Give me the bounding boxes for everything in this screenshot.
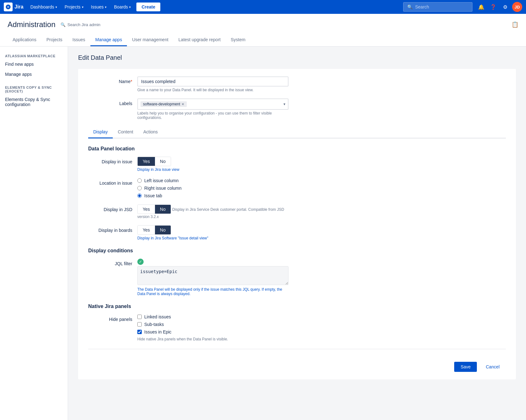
location-left-col[interactable]: Left issue column — [137, 178, 289, 183]
main-content: Edit Data Panel Name* Give a name to you… — [68, 47, 526, 420]
save-button[interactable]: Save — [454, 362, 477, 372]
sidebar: ATLASSIAN MARKETPLACE Find new apps Mana… — [0, 47, 68, 420]
tab-applications[interactable]: Applications — [8, 34, 42, 46]
hide-panels-field: Linked issues Sub-tasks Issues in Epic — [137, 314, 289, 341]
tab-latest-upgrade[interactable]: Latest upgrade report — [174, 34, 226, 46]
display-in-boards-toggle: Yes No — [137, 225, 171, 235]
name-field: Give a name to your Data Panel. It will … — [137, 76, 289, 92]
jql-input[interactable]: issuetype=Epic — [137, 266, 289, 285]
display-in-boards-yes[interactable]: Yes — [138, 226, 155, 234]
feedback-icon[interactable]: 📋 — [512, 21, 518, 28]
display-in-boards-no[interactable]: No — [155, 226, 171, 234]
labels-row: Labels software-development ✕ ▾ Labels h… — [88, 98, 506, 120]
tab-manage-apps[interactable]: Manage apps — [90, 34, 127, 46]
label-remove-icon[interactable]: ✕ — [181, 102, 184, 106]
tab-display[interactable]: Display — [88, 126, 113, 138]
checkbox-sub-tasks[interactable]: Sub-tasks — [137, 322, 289, 327]
sub-tasks-checkbox[interactable] — [137, 322, 142, 327]
avatar[interactable]: JD — [512, 2, 522, 12]
issues-in-epic-checkbox[interactable] — [137, 330, 142, 334]
display-in-jsd-no[interactable]: No — [155, 205, 171, 214]
display-in-issue-yes[interactable]: Yes — [138, 157, 155, 166]
display-conditions-title: Display conditions — [88, 248, 506, 254]
search-icon: 🔍 — [407, 4, 413, 9]
name-row: Name* Give a name to your Data Panel. It… — [88, 76, 506, 92]
dashboards-menu[interactable]: Dashboards ▾ — [27, 3, 60, 11]
tab-projects[interactable]: Projects — [42, 34, 68, 46]
chevron-down-icon: ▾ — [55, 5, 57, 9]
form-footer: Save Cancel — [88, 357, 506, 372]
jql-filter-label: JQL filter — [88, 259, 132, 266]
display-in-issue-label: Display in issue — [88, 157, 132, 164]
display-in-boards-field: Yes No Display in Jira Software "Issue d… — [137, 225, 289, 240]
tab-issues[interactable]: Issues — [67, 34, 90, 46]
boards-menu[interactable]: Boards ▾ — [111, 3, 134, 11]
checkbox-issues-in-epic[interactable]: Issues in Epic — [137, 329, 289, 334]
location-issue-tab[interactable]: Issue tab — [137, 193, 289, 198]
name-hint: Give a name to your Data Panel. It will … — [137, 88, 289, 92]
location-radio-group: Left issue column Right issue column Iss… — [137, 178, 289, 198]
native-jira-panels-title: Native Jira panels — [88, 304, 506, 309]
sidebar-section-marketplace: ATLASSIAN MARKETPLACE — [0, 52, 68, 59]
hide-panels-label: Hide panels — [88, 314, 132, 322]
display-in-jsd-row: Display in JSD Yes No Display in Jira Se… — [88, 204, 506, 219]
tab-content[interactable]: Content — [113, 126, 138, 138]
chevron-down-icon: ▾ — [105, 5, 106, 9]
location-right-col[interactable]: Right issue column — [137, 186, 289, 191]
app-logo[interactable]: Jira — [4, 3, 23, 11]
sidebar-item-find-new-apps[interactable]: Find new apps — [0, 59, 68, 69]
hide-panels-row: Hide panels Linked issues Sub-tasks — [88, 314, 506, 341]
notifications-icon[interactable]: 🔔 — [476, 2, 486, 12]
location-left-col-radio[interactable] — [137, 178, 142, 183]
chevron-down-icon: ▾ — [129, 5, 131, 9]
display-in-boards-label: Display in boards — [88, 225, 132, 233]
checkbox-linked-issues[interactable]: Linked issues — [137, 314, 289, 319]
display-in-jsd-field: Yes No Display in Jira Service Desk cust… — [137, 204, 289, 219]
projects-menu[interactable]: Projects ▾ — [61, 3, 87, 11]
search-icon: 🔍 — [60, 22, 66, 27]
labels-select[interactable]: software-development ✕ ▾ — [137, 98, 289, 110]
chevron-down-icon: ▾ — [283, 102, 285, 106]
display-in-jsd-toggle: Yes No — [137, 204, 171, 214]
sidebar-section-exocet: ELEMENTS COPY & SYNC (EXOCET) — [0, 83, 68, 94]
display-in-issue-toggle: Yes No — [137, 157, 171, 166]
tab-system[interactable]: System — [226, 34, 250, 46]
jql-valid-icon: ✓ — [137, 259, 144, 265]
location-in-issue-field: Left issue column Right issue column Iss… — [137, 178, 289, 198]
data-panel-location-section: Data Panel location Display in issue Yes… — [88, 146, 506, 240]
search-bar[interactable]: 🔍 — [403, 2, 472, 12]
admin-search-link[interactable]: 🔍 Search Jira admin — [60, 22, 100, 27]
admin-tabs: Applications Projects Issues Manage apps… — [8, 34, 518, 46]
display-conditions-section: Display conditions JQL filter ✓ issuetyp… — [88, 248, 506, 296]
sidebar-item-manage-apps[interactable]: Manage apps — [0, 69, 68, 79]
logo-text: Jira — [14, 4, 23, 10]
main-layout: ATLASSIAN MARKETPLACE Find new apps Mana… — [0, 47, 526, 420]
settings-icon[interactable]: ⚙ — [500, 2, 510, 12]
edit-data-panel-title: Edit Data Panel — [78, 54, 516, 61]
display-in-jsd-yes[interactable]: Yes — [138, 205, 155, 214]
display-in-issue-no[interactable]: No — [155, 157, 171, 166]
create-button[interactable]: Create — [136, 3, 160, 11]
page-title: Administration — [8, 20, 55, 29]
tab-actions[interactable]: Actions — [138, 126, 163, 138]
native-jira-panels-section: Native Jira panels Hide panels Linked is… — [88, 304, 506, 341]
location-in-issue-label: Location in issue — [88, 178, 132, 186]
display-in-issue-field: Yes No Display in Jira issue view — [137, 157, 289, 172]
hide-panels-hint: Hide native Jira panels when the Data Pa… — [137, 337, 289, 341]
name-input[interactable] — [137, 76, 289, 87]
display-in-boards-row: Display in boards Yes No Display in Jira… — [88, 225, 506, 240]
labels-hint: Labels help you to organise your configu… — [137, 111, 289, 120]
help-icon[interactable]: ❓ — [488, 2, 498, 12]
tab-user-management[interactable]: User management — [127, 34, 173, 46]
sidebar-item-elements-copy-sync[interactable]: Elements Copy & Sync configuration — [0, 94, 68, 109]
linked-issues-checkbox[interactable] — [137, 315, 142, 319]
location-issue-tab-radio[interactable] — [137, 193, 142, 198]
jql-hint: The Data Panel will be displayed only if… — [137, 287, 289, 296]
data-panel-location-title: Data Panel location — [88, 146, 506, 152]
location-right-col-radio[interactable] — [137, 186, 142, 190]
search-input[interactable] — [415, 4, 466, 9]
cancel-button[interactable]: Cancel — [479, 362, 506, 372]
form-divider — [88, 349, 506, 349]
issues-menu[interactable]: Issues ▾ — [88, 3, 110, 11]
form-tabs: Display Content Actions — [88, 126, 506, 138]
